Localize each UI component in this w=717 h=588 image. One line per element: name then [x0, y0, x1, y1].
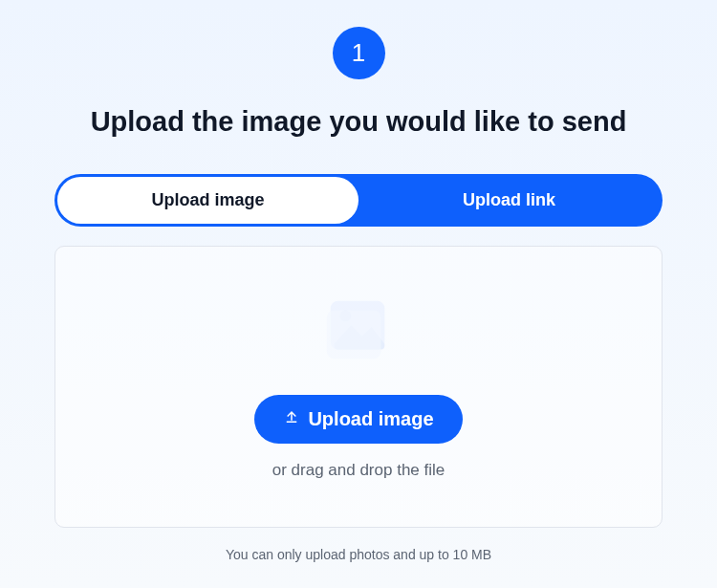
upload-button-label: Upload image [308, 408, 433, 430]
page-title: Upload the image you would like to send [91, 106, 627, 138]
tab-upload-image[interactable]: Upload image [57, 177, 358, 224]
step-number: 1 [352, 38, 365, 68]
upload-limit-hint: You can only upload photos and up to 10 … [226, 547, 491, 562]
tab-upload-link-label: Upload link [463, 190, 555, 210]
svg-rect-2 [327, 311, 381, 359]
tab-upload-image-label: Upload image [151, 190, 264, 210]
image-placeholder-icon [321, 294, 396, 368]
upload-image-button[interactable]: Upload image [254, 395, 462, 444]
upload-mode-tabs: Upload image Upload link [54, 174, 663, 227]
upload-dropzone[interactable]: Upload image or drag and drop the file [54, 246, 663, 528]
upload-icon [283, 408, 300, 430]
drag-drop-hint: or drag and drop the file [272, 461, 445, 480]
step-number-badge: 1 [333, 27, 385, 79]
tab-upload-link[interactable]: Upload link [358, 177, 660, 224]
